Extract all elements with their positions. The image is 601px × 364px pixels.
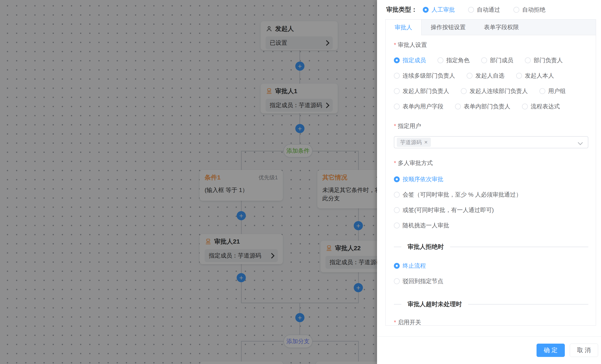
tag-close-icon[interactable]: × [424, 139, 428, 145]
modal-overlay[interactable] [0, 0, 377, 364]
multi-approve-option-2[interactable]: 或签(可同时审批，有一人通过即可) [394, 206, 588, 214]
approver-setting-label: 审批人设置 [394, 41, 588, 49]
approver-setting-option-9[interactable]: 用户组 [540, 87, 566, 95]
drawer-header: 审批类型： 人工审批 自动通过 自动拒绝 [377, 0, 601, 19]
approval-type-option-auto-pass[interactable]: 自动通过 [468, 6, 500, 14]
chevron-down-icon [578, 140, 583, 145]
radio-icon[interactable] [394, 207, 400, 213]
cancel-button[interactable]: 取 消 [570, 344, 598, 357]
approval-type-option-auto-reject[interactable]: 自动拒绝 [513, 6, 545, 14]
approval-type-radio-group: 人工审批 自动通过 自动拒绝 [423, 6, 545, 14]
approver-setting-option-3[interactable]: 部门负责人 [525, 56, 563, 64]
radio-icon[interactable] [423, 7, 429, 13]
on-reject-title: 审批人拒绝时 [408, 243, 444, 251]
approver-setting-option-2[interactable]: 部门成员 [481, 56, 513, 64]
approver-setting-option-6[interactable]: 发起人本人 [516, 72, 554, 80]
radio-icon[interactable] [394, 57, 400, 63]
radio-icon[interactable] [394, 192, 400, 198]
radio-icon[interactable] [394, 278, 400, 284]
radio-icon[interactable] [394, 176, 400, 182]
radio-icon[interactable] [461, 88, 467, 94]
approver-setting-option-4[interactable]: 连续多级部门负责人 [394, 72, 455, 80]
approver-setting-option-10[interactable]: 表单内用户字段 [394, 102, 443, 111]
radio-icon[interactable] [394, 222, 400, 228]
tab-bar: 审批人 操作按钮设置 表单字段权限 [386, 20, 596, 35]
approver-settings-drawer: 审批类型： 人工审批 自动通过 自动拒绝 审批人 操作按钮设置 [377, 0, 601, 364]
approval-type-label: 审批类型： [386, 5, 417, 14]
radio-label: 自动通过 [477, 6, 500, 14]
radio-icon[interactable] [516, 73, 522, 79]
drawer-footer: 确 定 取 消 [377, 336, 601, 364]
approver-setting-option-0[interactable]: 指定成员 [394, 56, 426, 64]
radio-icon[interactable] [467, 73, 472, 79]
tab-approver[interactable]: 审批人 [386, 20, 421, 35]
radio-label: 自动拒绝 [522, 6, 545, 14]
radio-icon[interactable] [540, 88, 545, 94]
multi-approve-label: 多人审批方式 [394, 159, 588, 167]
workflow-designer: 发起人 已设置 + 审批人1 指定成员：芋道源码 + [0, 0, 601, 364]
radio-icon[interactable] [468, 7, 474, 13]
radio-icon[interactable] [455, 104, 461, 109]
radio-icon[interactable] [394, 73, 400, 79]
approver-setting-option-8[interactable]: 发起人连续部门负责人 [461, 87, 528, 95]
tab-form-field-permission[interactable]: 表单字段权限 [475, 20, 528, 35]
approver-setting-row-2: 连续多级部门负责人 发起人自选 发起人本人 [394, 72, 588, 80]
approver-tab-pane[interactable]: 审批人设置 指定成员 指定角色 部门成员 部门负责人 连续多级部门负责人 发起人… [386, 35, 596, 325]
confirm-button[interactable]: 确 定 [537, 344, 565, 357]
approver-setting-option-12[interactable]: 流程表达式 [522, 102, 560, 111]
on-timeout-title: 审批人超时未处理时 [408, 300, 462, 308]
approval-type-option-manual[interactable]: 人工审批 [423, 6, 455, 14]
radio-label: 人工审批 [431, 6, 455, 14]
tab-action-buttons[interactable]: 操作按钮设置 [421, 20, 475, 35]
on-timeout-divider: 审批人超时未处理时 [394, 300, 588, 308]
approver-setting-row-3: 发起人部门负责人 发起人连续部门负责人 用户组 [394, 87, 588, 95]
radio-icon[interactable] [522, 104, 528, 109]
on-reject-option-1[interactable]: 驳回到指定节点 [394, 277, 588, 285]
assign-user-label: 指定用户 [394, 122, 588, 130]
settings-tabs: 审批人 操作按钮设置 表单字段权限 审批人设置 指定成员 指定角色 部门成员 部… [385, 19, 596, 325]
radio-icon[interactable] [513, 7, 519, 13]
radio-icon[interactable] [481, 57, 487, 63]
approver-setting-row-1: 指定成员 指定角色 部门成员 部门负责人 [394, 56, 588, 64]
radio-icon[interactable] [394, 263, 400, 269]
multi-approve-option-3[interactable]: 随机挑选一人审批 [394, 222, 588, 229]
user-tag: 芋道源码 × [397, 138, 431, 147]
approver-setting-row-4: 表单内用户字段 表单内部门负责人 流程表达式 [394, 102, 588, 111]
multi-approve-option-1[interactable]: 会签（可同时审批，至少 % 人必须审批通过） [394, 191, 588, 199]
radio-icon[interactable] [438, 57, 443, 63]
multi-approve-option-0[interactable]: 按顺序依次审批 [394, 175, 588, 183]
radio-icon[interactable] [525, 57, 531, 63]
assign-user-select[interactable]: 芋道源码 × [394, 136, 588, 148]
radio-icon[interactable] [394, 104, 400, 109]
approver-setting-option-11[interactable]: 表单内部门负责人 [455, 102, 510, 111]
user-tag-label: 芋道源码 [400, 139, 422, 146]
enable-switch-label: 启用开关 [394, 318, 588, 325]
approver-setting-option-7[interactable]: 发起人部门负责人 [394, 87, 449, 95]
approver-setting-option-5[interactable]: 发起人自选 [467, 72, 504, 80]
on-reject-option-0[interactable]: 终止流程 [394, 262, 588, 270]
radio-icon[interactable] [394, 88, 400, 94]
approver-setting-option-1[interactable]: 指定角色 [438, 56, 470, 64]
on-reject-divider: 审批人拒绝时 [394, 243, 588, 251]
